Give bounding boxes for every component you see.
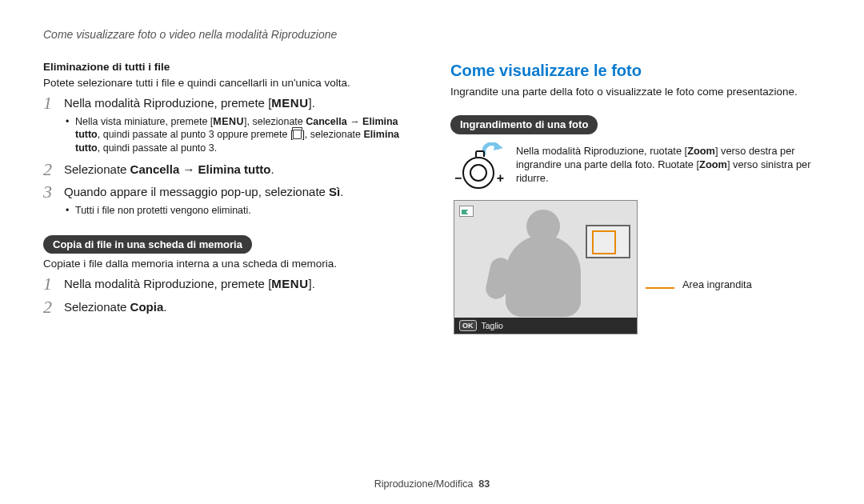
zoom-section-pill: Ingrandimento di una foto [450,115,598,134]
section-copy-desc: Copiate i file dalla memoria interna a u… [43,257,414,271]
del-step-1-note: Nella vista miniature, premete [MENU], s… [64,115,414,156]
del-step-1: 1 Nella modalità Riproduzione, premete [… [43,95,414,155]
step-number: 2 [43,295,52,319]
step-number: 3 [43,180,52,204]
photo-silhouette [491,210,587,318]
menu-label: MENU [213,116,244,127]
crop-label: Taglio [482,320,503,331]
del-step-3: 3 Quando appare il messaggio pop-up, sel… [43,184,414,217]
svg-marker-0 [494,142,503,150]
page-header: Come visualizzare foto o video nella mod… [43,27,821,42]
menu-label: MENU [271,277,308,290]
copy-step-2: 2 Selezionate Copia. [43,299,414,315]
navigator-frame [586,225,630,258]
step-text: Nella modalità Riproduzione, premete [ [64,96,271,110]
del-step-3-note: Tutti i file non protetti vengono elimin… [64,204,414,218]
dial-icon: − + [462,157,494,189]
step-number: 1 [43,91,52,115]
trash-icon [293,130,302,139]
section-delete-all-desc: Potete selezionare tutti i file e quindi… [43,76,414,90]
view-photos-subtitle: Ingrandite una parte della foto o visual… [450,85,821,99]
plus-icon: + [497,170,504,187]
section-copy-pill: Copia di file in una scheda di memoria [43,235,252,254]
step-number: 2 [43,158,52,182]
zoom-region-indicator [592,230,616,254]
copy-step-1: 1 Nella modalità Riproduzione, premete [… [43,276,414,292]
minus-icon: − [454,170,462,187]
page-footer: Riproduzione/Modifica 83 [0,478,864,491]
del-step-2: 2 Selezionate Cancella → Elimina tutto. [43,162,414,178]
page-number: 83 [478,478,490,490]
section-delete-all-title: Eliminazione di tutti i file [43,60,414,74]
callout-leader-line [646,287,674,289]
callout-label: Area ingrandita [682,278,752,291]
left-column: Eliminazione di tutti i file Potete sele… [43,60,414,334]
ok-button-icon: OK [459,320,477,331]
view-photos-heading: Come visualizzare le foto [450,60,821,82]
camera-screen-figure: OK Taglio [454,200,638,334]
zoom-dial-figure: − + [450,144,506,189]
scene-icon [459,206,474,217]
zoom-instructions: Nella modalità Riproduzione, ruotate [Zo… [516,144,821,186]
footer-section: Riproduzione/Modifica [374,478,474,490]
menu-label: MENU [271,96,308,110]
right-column: Come visualizzare le foto Ingrandite una… [450,60,821,334]
screen-bottom-bar: OK Taglio [454,318,637,334]
step-number: 1 [43,272,52,296]
